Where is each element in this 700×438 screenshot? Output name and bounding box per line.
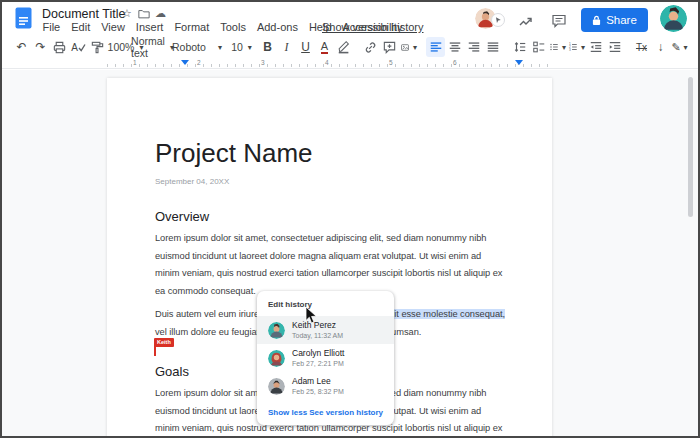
align-justify-button[interactable]: [483, 37, 502, 57]
jump-to-collaborator-icon[interactable]: [491, 13, 505, 27]
show-less-link[interactable]: Show less: [268, 408, 307, 417]
share-button-label: Share: [606, 14, 637, 26]
doc-date[interactable]: September 04, 20XX: [155, 177, 508, 186]
selection-pre-text: Duis autem vel eum iriure: [155, 309, 262, 319]
document-canvas: Project Name September 04, 20XX Overview…: [2, 70, 698, 436]
svg-text:3: 3: [569, 48, 571, 52]
chevron-down-icon: ▾: [581, 43, 585, 52]
edit-history-entry-adam[interactable]: Adam Lee Feb 25, 8:32 PM: [257, 372, 394, 400]
spellcheck-button[interactable]: A: [69, 37, 88, 57]
print-button[interactable]: [50, 37, 69, 57]
ruler-number: 1: [133, 59, 137, 66]
font-size-select[interactable]: 10▾: [231, 37, 250, 57]
clear-formatting-button[interactable]: Tx: [632, 37, 651, 57]
share-button[interactable]: Share: [581, 8, 648, 32]
google-docs-window: Document Title ☆ ☁ File Edit View Insert…: [0, 0, 700, 438]
cloud-status-icon[interactable]: ☁: [155, 7, 166, 19]
editor-name: Carolyn Elliott: [292, 348, 344, 358]
show-version-history-link[interactable]: Show version history: [322, 21, 424, 33]
account-avatar[interactable]: [660, 5, 687, 32]
insert-link-button[interactable]: [361, 37, 380, 57]
doc-heading-overview[interactable]: Overview: [155, 209, 508, 224]
ruler-number: 5: [389, 59, 393, 66]
line-spacing-button[interactable]: [510, 37, 529, 57]
insert-image-button[interactable]: ▾: [399, 37, 418, 57]
avatar-adam-lee: [268, 378, 285, 395]
collaborator-cursor-flag: Keith: [154, 338, 174, 347]
font-value: Roboto: [170, 41, 208, 53]
entry-text: Adam Lee Feb 25, 8:32 PM: [292, 376, 344, 396]
redo-button[interactable]: ↷: [31, 37, 50, 57]
collaborator-cursor-caret: [154, 346, 156, 356]
mouse-cursor-icon: [305, 306, 318, 329]
doc-paragraph[interactable]: Lorem ipsum dolor sit amet, consectetuer…: [155, 230, 508, 300]
align-left-button[interactable]: [426, 37, 445, 57]
avatar-carolyn-elliott: [268, 350, 285, 367]
editor-name: Adam Lee: [292, 376, 344, 386]
italic-button[interactable]: I: [277, 37, 296, 57]
google-docs-logo-icon[interactable]: [15, 7, 32, 33]
avatar-keith-perez: [268, 322, 285, 339]
input-tools-button[interactable]: ↓: [651, 37, 670, 57]
edit-history-title: Edit history: [257, 299, 394, 316]
comments-icon[interactable]: [551, 13, 567, 29]
font-select[interactable]: Roboto▾: [169, 37, 223, 57]
decrease-indent-button[interactable]: [586, 37, 605, 57]
align-right-button[interactable]: [464, 37, 483, 57]
menu-addons[interactable]: Add-ons: [251, 20, 303, 34]
chevron-down-icon: ▾: [413, 43, 417, 52]
right-indent-marker[interactable]: [515, 60, 523, 65]
chevron-down-icon: ▾: [218, 43, 222, 52]
bold-button[interactable]: B: [258, 37, 277, 57]
align-center-button[interactable]: [445, 37, 464, 57]
undo-button[interactable]: ↶: [12, 37, 31, 57]
edit-history-entry-carolyn[interactable]: Carolyn Elliott Feb 27, 2:21 PM: [257, 344, 394, 372]
highlight-color-button[interactable]: [334, 37, 353, 57]
edit-history-popup: Edit history Keith Perez Today, 11:32 AM…: [257, 291, 394, 425]
spellcheck-a: A: [71, 42, 78, 53]
editing-mode-button[interactable]: ✎ ▾: [670, 37, 689, 57]
menu-insert[interactable]: Insert: [130, 20, 169, 34]
underline-button[interactable]: U: [296, 37, 315, 57]
see-version-history-link[interactable]: See version history: [309, 408, 383, 417]
ruler-number: 6: [453, 59, 457, 66]
ruler-number: 2: [197, 59, 201, 66]
left-indent-marker[interactable]: [181, 60, 189, 65]
menu-edit[interactable]: Edit: [66, 20, 96, 34]
chevron-down-icon: ▾: [562, 43, 566, 52]
increase-indent-button[interactable]: [605, 37, 624, 57]
lock-icon: [592, 15, 601, 26]
menu-view[interactable]: View: [96, 20, 131, 34]
text-color-a: A: [321, 41, 328, 54]
font-size-value: 10: [229, 41, 245, 53]
vertical-scrollbar[interactable]: [688, 77, 693, 217]
ruler-number: 3: [261, 59, 265, 66]
menu-format[interactable]: Format: [169, 20, 215, 34]
edit-time: Feb 25, 8:32 PM: [292, 387, 344, 396]
menu-tools[interactable]: Tools: [215, 20, 252, 34]
numbered-list-button[interactable]: 123 ▾: [567, 37, 586, 57]
ruler-number: 4: [325, 59, 329, 66]
star-icon[interactable]: ☆: [122, 7, 132, 19]
edit-time: Feb 27, 2:21 PM: [292, 359, 344, 368]
menu-file[interactable]: File: [37, 20, 66, 34]
checklist-button[interactable]: [529, 37, 548, 57]
entry-text: Carolyn Elliott Feb 27, 2:21 PM: [292, 348, 344, 368]
activity-insights-icon[interactable]: [518, 13, 534, 29]
style-value: Normal text: [129, 35, 167, 59]
edit-history-footer: Show less See version history: [257, 400, 394, 421]
paint-format-button[interactable]: [88, 37, 107, 57]
doc-heading-title[interactable]: Project Name: [155, 138, 508, 169]
document-title[interactable]: Document Title: [42, 7, 125, 21]
chevron-down-icon: ▾: [684, 43, 688, 52]
paragraph-style-select[interactable]: Normal text▾: [142, 37, 161, 57]
edit-history-entry-keith[interactable]: Keith Perez Today, 11:32 AM: [257, 316, 394, 344]
bulleted-list-button[interactable]: ▾: [548, 37, 567, 57]
chevron-down-icon: ▾: [248, 43, 252, 52]
toolbar: ↶ ↷ A 100%▾ Normal text▾ Roboto▾ 10▾ B I…: [2, 35, 698, 59]
pen-icon: ✎: [671, 41, 680, 54]
ruler[interactable]: 1 2 3 4 5 6 7: [2, 59, 698, 69]
edit-time: Today, 11:32 AM: [292, 331, 343, 340]
text-color-button[interactable]: A: [315, 37, 334, 57]
add-comment-button[interactable]: [380, 37, 399, 57]
